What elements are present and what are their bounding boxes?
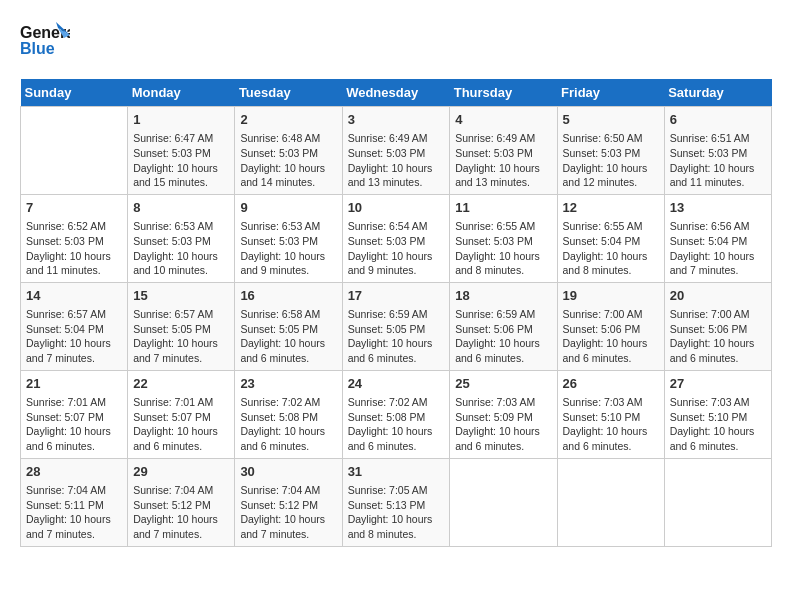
day-number: 28 — [26, 463, 122, 481]
day-info: Sunrise: 6:57 AM Sunset: 5:05 PM Dayligh… — [133, 307, 229, 366]
calendar-cell: 24Sunrise: 7:02 AM Sunset: 5:08 PM Dayli… — [342, 370, 450, 458]
weekday-header-row: SundayMondayTuesdayWednesdayThursdayFrid… — [21, 79, 772, 107]
day-info: Sunrise: 6:59 AM Sunset: 5:05 PM Dayligh… — [348, 307, 445, 366]
day-info: Sunrise: 6:55 AM Sunset: 5:04 PM Dayligh… — [563, 219, 659, 278]
calendar-week-3: 14Sunrise: 6:57 AM Sunset: 5:04 PM Dayli… — [21, 282, 772, 370]
day-number: 27 — [670, 375, 766, 393]
calendar-week-4: 21Sunrise: 7:01 AM Sunset: 5:07 PM Dayli… — [21, 370, 772, 458]
day-info: Sunrise: 7:03 AM Sunset: 5:10 PM Dayligh… — [670, 395, 766, 454]
calendar-cell — [557, 458, 664, 546]
day-info: Sunrise: 6:59 AM Sunset: 5:06 PM Dayligh… — [455, 307, 551, 366]
day-number: 9 — [240, 199, 336, 217]
calendar-cell: 14Sunrise: 6:57 AM Sunset: 5:04 PM Dayli… — [21, 282, 128, 370]
day-number: 16 — [240, 287, 336, 305]
day-info: Sunrise: 7:02 AM Sunset: 5:08 PM Dayligh… — [240, 395, 336, 454]
calendar-cell: 20Sunrise: 7:00 AM Sunset: 5:06 PM Dayli… — [664, 282, 771, 370]
day-info: Sunrise: 7:04 AM Sunset: 5:12 PM Dayligh… — [240, 483, 336, 542]
day-number: 5 — [563, 111, 659, 129]
weekday-header-saturday: Saturday — [664, 79, 771, 107]
calendar-cell: 23Sunrise: 7:02 AM Sunset: 5:08 PM Dayli… — [235, 370, 342, 458]
calendar-cell: 4Sunrise: 6:49 AM Sunset: 5:03 PM Daylig… — [450, 107, 557, 195]
day-number: 2 — [240, 111, 336, 129]
logo-mark: General Blue — [20, 20, 70, 69]
calendar-cell: 9Sunrise: 6:53 AM Sunset: 5:03 PM Daylig… — [235, 194, 342, 282]
weekday-header-sunday: Sunday — [21, 79, 128, 107]
day-info: Sunrise: 6:52 AM Sunset: 5:03 PM Dayligh… — [26, 219, 122, 278]
day-number: 17 — [348, 287, 445, 305]
day-info: Sunrise: 6:57 AM Sunset: 5:04 PM Dayligh… — [26, 307, 122, 366]
calendar-cell: 28Sunrise: 7:04 AM Sunset: 5:11 PM Dayli… — [21, 458, 128, 546]
calendar-cell: 31Sunrise: 7:05 AM Sunset: 5:13 PM Dayli… — [342, 458, 450, 546]
calendar-cell: 22Sunrise: 7:01 AM Sunset: 5:07 PM Dayli… — [128, 370, 235, 458]
calendar-table: SundayMondayTuesdayWednesdayThursdayFrid… — [20, 79, 772, 547]
day-number: 25 — [455, 375, 551, 393]
calendar-week-1: 1Sunrise: 6:47 AM Sunset: 5:03 PM Daylig… — [21, 107, 772, 195]
weekday-header-wednesday: Wednesday — [342, 79, 450, 107]
day-number: 26 — [563, 375, 659, 393]
day-number: 1 — [133, 111, 229, 129]
calendar-cell: 18Sunrise: 6:59 AM Sunset: 5:06 PM Dayli… — [450, 282, 557, 370]
calendar-cell: 2Sunrise: 6:48 AM Sunset: 5:03 PM Daylig… — [235, 107, 342, 195]
weekday-header-friday: Friday — [557, 79, 664, 107]
calendar-cell: 27Sunrise: 7:03 AM Sunset: 5:10 PM Dayli… — [664, 370, 771, 458]
day-number: 6 — [670, 111, 766, 129]
calendar-cell — [450, 458, 557, 546]
calendar-cell: 29Sunrise: 7:04 AM Sunset: 5:12 PM Dayli… — [128, 458, 235, 546]
calendar-cell: 10Sunrise: 6:54 AM Sunset: 5:03 PM Dayli… — [342, 194, 450, 282]
weekday-header-monday: Monday — [128, 79, 235, 107]
day-info: Sunrise: 7:00 AM Sunset: 5:06 PM Dayligh… — [670, 307, 766, 366]
day-info: Sunrise: 6:50 AM Sunset: 5:03 PM Dayligh… — [563, 131, 659, 190]
day-info: Sunrise: 7:04 AM Sunset: 5:12 PM Dayligh… — [133, 483, 229, 542]
day-info: Sunrise: 7:03 AM Sunset: 5:10 PM Dayligh… — [563, 395, 659, 454]
calendar-cell: 16Sunrise: 6:58 AM Sunset: 5:05 PM Dayli… — [235, 282, 342, 370]
day-number: 23 — [240, 375, 336, 393]
calendar-cell — [664, 458, 771, 546]
day-number: 22 — [133, 375, 229, 393]
calendar-cell: 25Sunrise: 7:03 AM Sunset: 5:09 PM Dayli… — [450, 370, 557, 458]
weekday-header-thursday: Thursday — [450, 79, 557, 107]
day-number: 24 — [348, 375, 445, 393]
logo: General Blue — [20, 20, 70, 69]
calendar-cell: 3Sunrise: 6:49 AM Sunset: 5:03 PM Daylig… — [342, 107, 450, 195]
day-number: 31 — [348, 463, 445, 481]
day-number: 12 — [563, 199, 659, 217]
day-number: 29 — [133, 463, 229, 481]
day-number: 13 — [670, 199, 766, 217]
day-info: Sunrise: 6:53 AM Sunset: 5:03 PM Dayligh… — [240, 219, 336, 278]
calendar-cell: 1Sunrise: 6:47 AM Sunset: 5:03 PM Daylig… — [128, 107, 235, 195]
calendar-cell: 17Sunrise: 6:59 AM Sunset: 5:05 PM Dayli… — [342, 282, 450, 370]
day-number: 14 — [26, 287, 122, 305]
calendar-cell: 15Sunrise: 6:57 AM Sunset: 5:05 PM Dayli… — [128, 282, 235, 370]
day-info: Sunrise: 6:56 AM Sunset: 5:04 PM Dayligh… — [670, 219, 766, 278]
calendar-cell: 6Sunrise: 6:51 AM Sunset: 5:03 PM Daylig… — [664, 107, 771, 195]
calendar-cell: 12Sunrise: 6:55 AM Sunset: 5:04 PM Dayli… — [557, 194, 664, 282]
day-info: Sunrise: 7:01 AM Sunset: 5:07 PM Dayligh… — [133, 395, 229, 454]
svg-text:Blue: Blue — [20, 40, 55, 57]
day-info: Sunrise: 6:49 AM Sunset: 5:03 PM Dayligh… — [455, 131, 551, 190]
day-info: Sunrise: 6:55 AM Sunset: 5:03 PM Dayligh… — [455, 219, 551, 278]
calendar-week-5: 28Sunrise: 7:04 AM Sunset: 5:11 PM Dayli… — [21, 458, 772, 546]
day-info: Sunrise: 7:04 AM Sunset: 5:11 PM Dayligh… — [26, 483, 122, 542]
day-number: 21 — [26, 375, 122, 393]
calendar-cell: 26Sunrise: 7:03 AM Sunset: 5:10 PM Dayli… — [557, 370, 664, 458]
page-header: General Blue — [20, 20, 772, 69]
calendar-cell: 5Sunrise: 6:50 AM Sunset: 5:03 PM Daylig… — [557, 107, 664, 195]
calendar-cell: 30Sunrise: 7:04 AM Sunset: 5:12 PM Dayli… — [235, 458, 342, 546]
calendar-cell: 13Sunrise: 6:56 AM Sunset: 5:04 PM Dayli… — [664, 194, 771, 282]
calendar-cell: 7Sunrise: 6:52 AM Sunset: 5:03 PM Daylig… — [21, 194, 128, 282]
day-info: Sunrise: 6:51 AM Sunset: 5:03 PM Dayligh… — [670, 131, 766, 190]
day-number: 10 — [348, 199, 445, 217]
calendar-cell: 21Sunrise: 7:01 AM Sunset: 5:07 PM Dayli… — [21, 370, 128, 458]
day-info: Sunrise: 6:49 AM Sunset: 5:03 PM Dayligh… — [348, 131, 445, 190]
day-info: Sunrise: 7:05 AM Sunset: 5:13 PM Dayligh… — [348, 483, 445, 542]
day-info: Sunrise: 6:58 AM Sunset: 5:05 PM Dayligh… — [240, 307, 336, 366]
calendar-cell: 19Sunrise: 7:00 AM Sunset: 5:06 PM Dayli… — [557, 282, 664, 370]
day-info: Sunrise: 6:53 AM Sunset: 5:03 PM Dayligh… — [133, 219, 229, 278]
day-number: 30 — [240, 463, 336, 481]
day-info: Sunrise: 6:54 AM Sunset: 5:03 PM Dayligh… — [348, 219, 445, 278]
day-info: Sunrise: 6:48 AM Sunset: 5:03 PM Dayligh… — [240, 131, 336, 190]
calendar-week-2: 7Sunrise: 6:52 AM Sunset: 5:03 PM Daylig… — [21, 194, 772, 282]
day-info: Sunrise: 7:00 AM Sunset: 5:06 PM Dayligh… — [563, 307, 659, 366]
day-info: Sunrise: 7:02 AM Sunset: 5:08 PM Dayligh… — [348, 395, 445, 454]
day-number: 4 — [455, 111, 551, 129]
